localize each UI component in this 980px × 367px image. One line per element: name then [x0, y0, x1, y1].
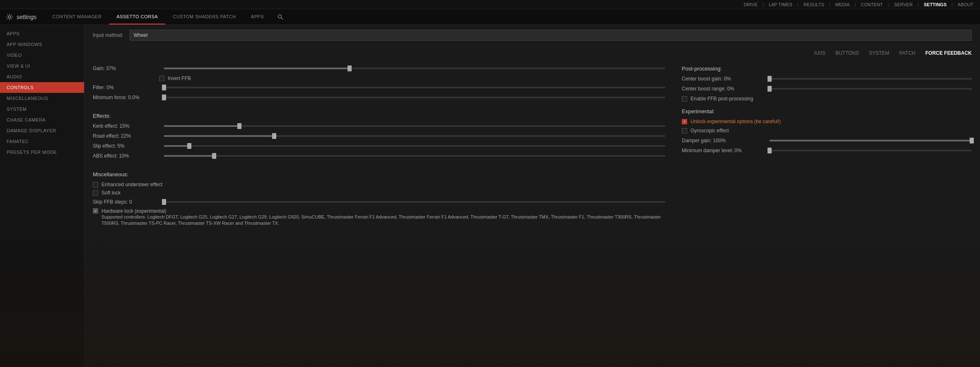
- hardware-lock-checkbox[interactable]: [93, 208, 98, 214]
- nav-content[interactable]: CONTENT: [861, 2, 883, 7]
- skip-ffb-row: Skip FFB steps: 0: [93, 199, 665, 205]
- filter-slider[interactable]: [164, 87, 665, 88]
- damper-gain-slider[interactable]: [770, 140, 972, 141]
- subtab-system[interactable]: SYSTEM: [869, 49, 889, 57]
- main-content: Input method: Wheel Keyboard Gamepad AXI…: [84, 25, 980, 367]
- skip-ffb-slider[interactable]: [164, 201, 665, 203]
- enable-ffb-post-checkbox[interactable]: [682, 96, 687, 102]
- kerb-effect-label: Kerb effect: 15%: [93, 123, 159, 129]
- slip-effect-slider[interactable]: [164, 145, 665, 147]
- enhanced-understeer-label: Enhanced understeer effect: [101, 182, 162, 187]
- post-processing-title: Post-processing:: [682, 66, 972, 72]
- svg-point-1: [278, 15, 281, 18]
- search-button[interactable]: [275, 11, 286, 23]
- nav-settings[interactable]: SETTINGS: [924, 2, 946, 7]
- sidebar-item-presets-per-mode[interactable]: PRESETS PER MODE: [0, 147, 84, 158]
- nav-sep-7: |: [951, 2, 953, 7]
- nav-laptimes[interactable]: LAP TIMES: [769, 2, 792, 7]
- gyroscopic-checkbox[interactable]: [682, 128, 687, 134]
- minimum-force-row: Minimum force: 0.0%: [93, 95, 665, 100]
- input-method-select[interactable]: Wheel Keyboard Gamepad: [130, 30, 972, 41]
- nav-sep-6: |: [917, 2, 919, 7]
- minimum-damper-row: Minimum damper level: 0%: [682, 148, 972, 153]
- slip-effect-row: Slip effect: 5%: [93, 143, 665, 149]
- sidebar-item-video[interactable]: VIDEO: [0, 50, 84, 61]
- subtab-patch[interactable]: PATCH: [899, 49, 915, 57]
- subtab-buttons[interactable]: BUTTONS: [835, 49, 859, 57]
- tab-apps[interactable]: APPS: [244, 9, 271, 24]
- nav-drive[interactable]: DRIVE: [743, 2, 758, 7]
- svg-line-2: [281, 17, 283, 19]
- sidebar-item-view-ui[interactable]: VIEW & UI: [0, 61, 84, 71]
- sidebar-item-miscellaneous[interactable]: MISCELLANEOUS: [0, 93, 84, 104]
- ffb-left-panel: Gain: 37% Invert FFB Filter: 0%: [93, 66, 665, 227]
- enable-ffb-post-row: Enable FFB post-processing: [682, 96, 972, 102]
- minimum-damper-label: Minimum damper level: 0%: [682, 148, 765, 153]
- gyroscopic-row: Gyroscopic effect: [682, 128, 972, 134]
- unlock-experimental-checkbox[interactable]: [682, 119, 687, 124]
- enable-ffb-post-label: Enable FFB post-processing: [690, 96, 753, 102]
- experimental-section: Experimental: Unlock experimental option…: [682, 108, 972, 153]
- center-boost-range-slider[interactable]: [770, 88, 972, 90]
- enhanced-understeer-row: Enhanced understeer effect: [93, 182, 665, 187]
- sidebar-item-app-windows[interactable]: APP WINDOWS: [0, 39, 84, 50]
- slip-effect-label: Slip effect: 5%: [93, 143, 159, 149]
- miscellaneous-title: Miscellaneous:: [93, 171, 665, 177]
- gain-row: Gain: 37%: [93, 66, 665, 71]
- soft-lock-label: Soft lock: [101, 190, 121, 196]
- experimental-title: Experimental:: [682, 108, 972, 114]
- hardware-lock-row: Hardware lock (experimental) Supported c…: [93, 208, 665, 227]
- app-title: settings: [17, 14, 36, 20]
- damper-gain-label: Damper gain: 100%: [682, 138, 765, 143]
- tab-content-manager[interactable]: CONTENT MANAGER: [45, 9, 109, 24]
- main-layout: APPS APP WINDOWS VIDEO VIEW & UI AUDIO C…: [0, 25, 980, 367]
- logo-area: settings: [6, 13, 36, 21]
- nav-sep-5: |: [888, 2, 889, 7]
- ffb-layout: Gain: 37% Invert FFB Filter: 0%: [84, 59, 980, 233]
- input-method-label: Input method:: [93, 32, 123, 38]
- minimum-force-label: Minimum force: 0.0%: [93, 95, 159, 100]
- damper-gain-row: Damper gain: 100%: [682, 138, 972, 143]
- nav-server[interactable]: SERVER: [894, 2, 912, 7]
- gain-label: Gain: 37%: [93, 66, 159, 71]
- nav-results[interactable]: RESULTS: [804, 2, 824, 7]
- abs-effect-slider[interactable]: [164, 155, 665, 157]
- svg-point-0: [8, 16, 11, 18]
- enhanced-understeer-checkbox[interactable]: [93, 182, 98, 187]
- sidebar-item-audio[interactable]: AUDIO: [0, 71, 84, 82]
- sidebar-item-apps[interactable]: APPS: [0, 28, 84, 39]
- gear-icon: [6, 13, 13, 21]
- invert-ffb-row: Invert FFB: [159, 75, 665, 81]
- top-nav: DRIVE | LAP TIMES | RESULTS | MEDIA | CO…: [0, 0, 980, 9]
- minimum-damper-slider[interactable]: [770, 150, 972, 151]
- abs-effect-label: ABS effect: 10%: [93, 153, 159, 159]
- abs-effect-row: ABS effect: 10%: [93, 153, 665, 159]
- minimum-force-slider[interactable]: [164, 97, 665, 98]
- sidebar-item-controls[interactable]: CONTROLS: [0, 82, 84, 93]
- kerb-effect-slider[interactable]: [164, 125, 665, 127]
- subtab-axis[interactable]: AXIS: [814, 49, 825, 57]
- center-boost-range-row: Center boost range: 0%: [682, 86, 972, 92]
- tab-assetto-corsa[interactable]: ASSETTO CORSA: [109, 9, 165, 24]
- invert-ffb-checkbox[interactable]: [159, 76, 164, 81]
- gain-slider[interactable]: [164, 68, 665, 69]
- soft-lock-checkbox[interactable]: [93, 190, 98, 196]
- sidebar-item-fanatec[interactable]: FANATEC: [0, 136, 84, 147]
- filter-row: Filter: 0%: [93, 85, 665, 90]
- subtab-force-feedback[interactable]: FORCE FEEDBACK: [925, 49, 972, 57]
- center-boost-gain-slider[interactable]: [770, 78, 972, 80]
- nav-sep-4: |: [854, 2, 856, 7]
- road-effect-slider[interactable]: [164, 135, 665, 137]
- sidebar-item-chase-camera[interactable]: CHASE CAMERA: [0, 114, 84, 125]
- filter-label: Filter: 0%: [93, 85, 159, 90]
- road-effect-row: Road effect: 22%: [93, 133, 665, 139]
- sidebar-item-damage-displayer[interactable]: DAMAGE DISPLAYER: [0, 125, 84, 136]
- input-method-bar: Input method: Wheel Keyboard Gamepad: [84, 25, 980, 46]
- sidebar-item-system[interactable]: SYSTEM: [0, 104, 84, 114]
- nav-media[interactable]: MEDIA: [835, 2, 850, 7]
- effects-title: Effects:: [93, 113, 665, 119]
- tab-custom-shaders[interactable]: CUSTOM SHADERS PATCH: [165, 9, 243, 24]
- soft-lock-row: Soft lock: [93, 190, 665, 196]
- unlock-experimental-row: Unlock experimental options (be careful!…: [682, 119, 972, 124]
- nav-about[interactable]: ABOUT: [958, 2, 973, 7]
